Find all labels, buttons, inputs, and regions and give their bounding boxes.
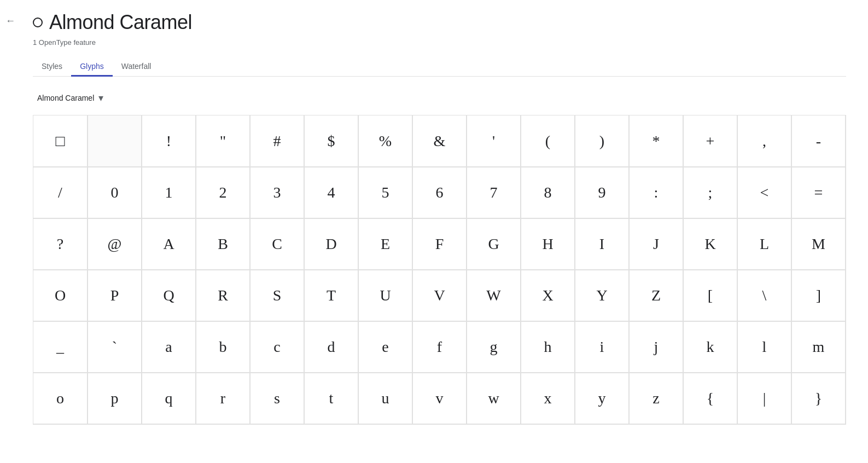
- glyph-cell[interactable]: ;: [683, 167, 737, 218]
- glyph-cell[interactable]: 3: [250, 167, 304, 218]
- glyph-cell[interactable]: X: [521, 270, 575, 321]
- tab-styles[interactable]: Styles: [33, 57, 71, 77]
- tab-glyphs[interactable]: Glyphs: [71, 57, 113, 77]
- glyph-cell[interactable]: [88, 115, 142, 167]
- glyph-cell[interactable]: ": [196, 115, 250, 167]
- glyph-cell[interactable]: <: [737, 167, 791, 218]
- glyph-cell[interactable]: z: [629, 373, 683, 424]
- glyph-cell[interactable]: %: [358, 115, 412, 167]
- glyph-cell[interactable]: $: [304, 115, 358, 167]
- glyph-cell[interactable]: x: [521, 373, 575, 424]
- glyph-cell[interactable]: =: [791, 167, 846, 218]
- glyph-cell[interactable]: 8: [521, 167, 575, 218]
- glyph-cell[interactable]: {: [683, 373, 737, 424]
- glyph-cell[interactable]: `: [88, 321, 142, 373]
- glyph-cell[interactable]: h: [521, 321, 575, 373]
- glyph-cell[interactable]: |: [737, 373, 791, 424]
- glyph-cell[interactable]: Q: [142, 270, 196, 321]
- glyph-cell[interactable]: 2: [196, 167, 250, 218]
- glyph-cell[interactable]: S: [250, 270, 304, 321]
- glyph-cell[interactable]: A: [142, 218, 196, 270]
- glyph-grid-container: □!"#$%&'()*+,-/0123456789:;<=?@ABCDEFGHI…: [33, 115, 846, 425]
- glyph-cell[interactable]: O: [33, 270, 88, 321]
- glyph-cell[interactable]: w: [467, 373, 521, 424]
- glyph-cell[interactable]: r: [196, 373, 250, 424]
- glyph-cell[interactable]: Y: [575, 270, 629, 321]
- glyph-cell[interactable]: t: [304, 373, 358, 424]
- glyph-cell[interactable]: b: [196, 321, 250, 373]
- glyph-cell[interactable]: ,: [737, 115, 791, 167]
- glyph-cell[interactable]: d: [304, 321, 358, 373]
- glyph-cell[interactable]: v: [412, 373, 467, 424]
- glyph-cell[interactable]: _: [33, 321, 88, 373]
- glyph-cell[interactable]: c: [250, 321, 304, 373]
- glyph-cell[interactable]: K: [683, 218, 737, 270]
- glyph-cell[interactable]: U: [358, 270, 412, 321]
- glyph-cell[interactable]: (: [521, 115, 575, 167]
- glyph-cell[interactable]: /: [33, 167, 88, 218]
- glyph-cell[interactable]: &: [412, 115, 467, 167]
- glyph-cell[interactable]: □: [33, 115, 88, 167]
- glyph-cell[interactable]: 9: [575, 167, 629, 218]
- glyph-cell[interactable]: g: [467, 321, 521, 373]
- tab-waterfall[interactable]: Waterfall: [113, 57, 160, 77]
- glyph-cell[interactable]: L: [737, 218, 791, 270]
- glyph-cell[interactable]: i: [575, 321, 629, 373]
- glyph-cell[interactable]: B: [196, 218, 250, 270]
- glyph-cell[interactable]: I: [575, 218, 629, 270]
- glyph-cell[interactable]: k: [683, 321, 737, 373]
- glyph-cell[interactable]: u: [358, 373, 412, 424]
- glyph-cell[interactable]: 6: [412, 167, 467, 218]
- glyph-cell[interactable]: P: [88, 270, 142, 321]
- font-header: Almond Caramel: [33, 11, 846, 34]
- glyph-cell[interactable]: @: [88, 218, 142, 270]
- glyph-cell[interactable]: H: [521, 218, 575, 270]
- glyph-cell[interactable]: ': [467, 115, 521, 167]
- glyph-cell[interactable]: ): [575, 115, 629, 167]
- glyph-cell[interactable]: m: [791, 321, 846, 373]
- glyph-cell[interactable]: p: [88, 373, 142, 424]
- glyph-cell[interactable]: !: [142, 115, 196, 167]
- glyph-cell[interactable]: :: [629, 167, 683, 218]
- glyph-cell[interactable]: o: [33, 373, 88, 424]
- glyph-cell[interactable]: -: [791, 115, 846, 167]
- glyph-cell[interactable]: a: [142, 321, 196, 373]
- glyph-cell[interactable]: }: [791, 373, 846, 424]
- glyph-cell[interactable]: ]: [791, 270, 846, 321]
- glyph-cell[interactable]: V: [412, 270, 467, 321]
- page-container: ← Almond Caramel 1 OpenType feature Styl…: [0, 0, 868, 463]
- glyph-cell[interactable]: C: [250, 218, 304, 270]
- glyph-cell[interactable]: G: [467, 218, 521, 270]
- glyph-cell[interactable]: F: [412, 218, 467, 270]
- glyph-cell[interactable]: j: [629, 321, 683, 373]
- glyph-cell[interactable]: W: [467, 270, 521, 321]
- glyph-cell[interactable]: 7: [467, 167, 521, 218]
- font-selector-dropdown[interactable]: Almond Caramel ▾: [33, 90, 846, 106]
- glyph-cell[interactable]: 5: [358, 167, 412, 218]
- glyph-cell[interactable]: s: [250, 373, 304, 424]
- glyph-cell[interactable]: +: [683, 115, 737, 167]
- glyph-cell[interactable]: ?: [33, 218, 88, 270]
- glyph-cell[interactable]: y: [575, 373, 629, 424]
- glyph-cell[interactable]: \: [737, 270, 791, 321]
- glyph-cell[interactable]: R: [196, 270, 250, 321]
- glyph-cell[interactable]: *: [629, 115, 683, 167]
- glyph-cell[interactable]: 0: [88, 167, 142, 218]
- glyph-cell[interactable]: E: [358, 218, 412, 270]
- glyph-cell[interactable]: 1: [142, 167, 196, 218]
- glyph-cell[interactable]: 4: [304, 167, 358, 218]
- glyph-cell[interactable]: J: [629, 218, 683, 270]
- glyph-cell[interactable]: l: [737, 321, 791, 373]
- glyph-cell[interactable]: [: [683, 270, 737, 321]
- glyph-cell[interactable]: T: [304, 270, 358, 321]
- glyph-cell[interactable]: f: [412, 321, 467, 373]
- glyph-cell[interactable]: Z: [629, 270, 683, 321]
- opentype-info: 1 OpenType feature: [33, 38, 846, 47]
- back-arrow-icon[interactable]: ←: [5, 15, 15, 27]
- tabs-nav: Styles Glyphs Waterfall: [33, 57, 846, 77]
- glyph-cell[interactable]: #: [250, 115, 304, 167]
- glyph-cell[interactable]: M: [791, 218, 846, 270]
- glyph-cell[interactable]: e: [358, 321, 412, 373]
- glyph-cell[interactable]: D: [304, 218, 358, 270]
- glyph-cell[interactable]: q: [142, 373, 196, 424]
